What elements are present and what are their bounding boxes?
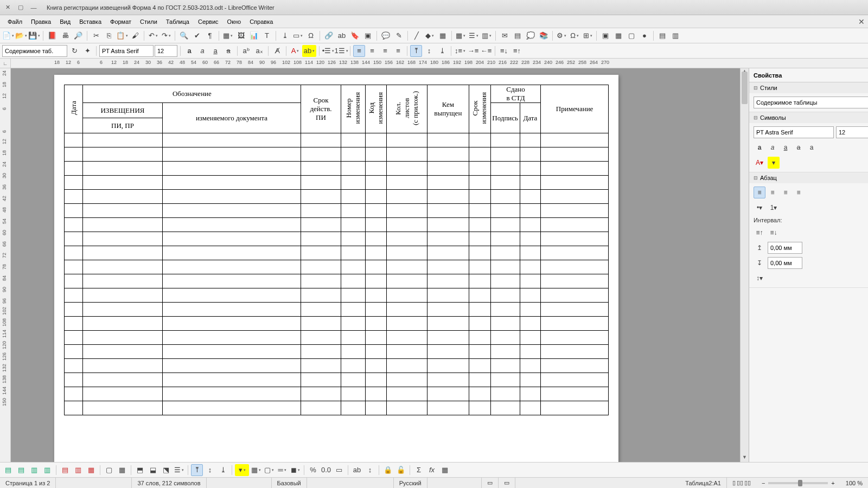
data-source-button[interactable]: ▤ bbox=[512, 30, 524, 42]
table-cell[interactable] bbox=[341, 190, 365, 204]
find-replace-button[interactable]: 🔍 bbox=[178, 30, 190, 42]
table-cell[interactable] bbox=[65, 288, 83, 303]
font-name-combo[interactable] bbox=[99, 45, 154, 57]
vertical-scrollbar[interactable]: ▲ ▼ bbox=[740, 68, 749, 462]
table-cell[interactable] bbox=[541, 331, 609, 345]
ext-btn-a[interactable]: ▣ bbox=[599, 30, 611, 42]
table-cell[interactable] bbox=[490, 162, 520, 176]
table-cell[interactable] bbox=[520, 147, 541, 162]
table-cell[interactable] bbox=[365, 359, 387, 373]
insert-comment-button[interactable]: 💬 bbox=[380, 30, 392, 42]
table-cell[interactable] bbox=[83, 387, 162, 401]
table-cell[interactable] bbox=[387, 359, 427, 373]
caption-button[interactable]: ab bbox=[351, 464, 363, 476]
tb-valign-mid[interactable]: ↕ bbox=[204, 464, 216, 476]
status-style[interactable]: Базовый bbox=[272, 478, 307, 488]
table-cell[interactable] bbox=[520, 218, 541, 232]
table-cell[interactable] bbox=[427, 373, 469, 387]
table-cell[interactable] bbox=[301, 190, 341, 204]
table-cell[interactable] bbox=[301, 303, 341, 317]
table-cell[interactable] bbox=[83, 133, 162, 147]
sb-bullets[interactable]: •▾ bbox=[754, 202, 765, 214]
basic-shapes-button[interactable]: ◆ bbox=[424, 30, 436, 42]
table-cell[interactable] bbox=[520, 204, 541, 218]
table-cell[interactable] bbox=[65, 147, 83, 162]
table-cell[interactable] bbox=[541, 133, 609, 147]
font-color-button[interactable]: A bbox=[289, 45, 301, 57]
table-cell[interactable] bbox=[490, 401, 520, 415]
table-cell[interactable] bbox=[341, 331, 365, 345]
horizontal-ruler[interactable]: ∟ 18126612182430364248546066727884909610… bbox=[0, 59, 868, 68]
table-row[interactable] bbox=[65, 345, 609, 359]
table-cell[interactable] bbox=[365, 147, 387, 162]
insert-hyperlink-button[interactable]: 🔗 bbox=[323, 30, 335, 42]
status-zoom[interactable]: 100 % bbox=[840, 478, 868, 488]
table-cell[interactable] bbox=[541, 317, 609, 331]
underline-button[interactable]: a bbox=[209, 45, 221, 57]
print-preview-button[interactable]: 🔎 bbox=[72, 30, 84, 42]
table-row[interactable] bbox=[65, 401, 609, 415]
valign-bot-button[interactable]: ⤓ bbox=[436, 45, 448, 57]
table-row[interactable] bbox=[65, 303, 609, 317]
line-spacing-button[interactable]: ↕≡ bbox=[454, 45, 466, 57]
table-cell[interactable] bbox=[301, 260, 341, 274]
table-cell[interactable] bbox=[469, 345, 491, 359]
table-cell[interactable] bbox=[83, 246, 162, 260]
table-cell[interactable] bbox=[541, 401, 609, 415]
table-cell[interactable] bbox=[469, 331, 491, 345]
number-format-dec[interactable]: 0.0 bbox=[320, 464, 332, 476]
valign-top-button[interactable]: ⤒ bbox=[410, 45, 422, 57]
cell-bg-button[interactable]: ▾ bbox=[235, 464, 249, 476]
zoom-out-icon[interactable]: − bbox=[762, 480, 765, 486]
table-cell[interactable] bbox=[162, 147, 301, 162]
table-cell[interactable] bbox=[520, 274, 541, 288]
table-row[interactable] bbox=[65, 246, 609, 260]
table-cell[interactable] bbox=[541, 373, 609, 387]
table-cell[interactable] bbox=[65, 345, 83, 359]
table-cell[interactable] bbox=[469, 162, 491, 176]
menu-edit[interactable]: Правка bbox=[27, 17, 55, 26]
table-cell[interactable] bbox=[427, 218, 469, 232]
table-row[interactable] bbox=[65, 288, 609, 303]
table-cell[interactable] bbox=[301, 274, 341, 288]
table-cell[interactable] bbox=[162, 260, 301, 274]
insert-chart-button[interactable]: 📊 bbox=[248, 30, 260, 42]
ext-btn-f[interactable]: ▥ bbox=[669, 30, 681, 42]
sb-numbers[interactable]: 1▾ bbox=[768, 202, 780, 214]
sb-shadow-button[interactable]: a bbox=[806, 142, 818, 153]
table-cell[interactable] bbox=[427, 331, 469, 345]
table-cell[interactable] bbox=[520, 373, 541, 387]
table-cell[interactable] bbox=[427, 288, 469, 303]
table-cell[interactable] bbox=[83, 345, 162, 359]
table-cell[interactable] bbox=[365, 373, 387, 387]
table-cell[interactable] bbox=[162, 288, 301, 303]
strike-button[interactable]: a bbox=[222, 45, 234, 57]
table-cell[interactable] bbox=[301, 288, 341, 303]
rows-button[interactable]: ☰ bbox=[468, 30, 480, 42]
table-cell[interactable] bbox=[469, 246, 491, 260]
table-row[interactable] bbox=[65, 373, 609, 387]
formula-button[interactable]: fx bbox=[426, 464, 438, 476]
table-cell[interactable] bbox=[83, 303, 162, 317]
table-cell[interactable] bbox=[387, 317, 427, 331]
table-cell[interactable] bbox=[301, 147, 341, 162]
table-cell[interactable] bbox=[301, 387, 341, 401]
ext-btn-d[interactable]: ● bbox=[639, 30, 650, 42]
table-cell[interactable] bbox=[65, 190, 83, 204]
status-insert[interactable] bbox=[427, 478, 482, 488]
table-cell[interactable] bbox=[541, 204, 609, 218]
table-cell[interactable] bbox=[83, 218, 162, 232]
table-cell[interactable] bbox=[301, 345, 341, 359]
sb-strike-button[interactable]: a bbox=[793, 142, 805, 153]
table-cell[interactable] bbox=[469, 232, 491, 246]
number-format-button[interactable]: ▭ bbox=[333, 464, 345, 476]
table-cell[interactable] bbox=[365, 303, 387, 317]
table-row[interactable] bbox=[65, 218, 609, 232]
table-cell[interactable] bbox=[387, 232, 427, 246]
sb-underline-button[interactable]: a bbox=[780, 142, 792, 153]
decrease-para-button[interactable]: ≡↑ bbox=[511, 45, 523, 57]
menu-tools[interactable]: Сервис bbox=[194, 17, 223, 26]
table-cell[interactable] bbox=[341, 162, 365, 176]
table-cell[interactable] bbox=[490, 345, 520, 359]
table-cell[interactable] bbox=[365, 260, 387, 274]
